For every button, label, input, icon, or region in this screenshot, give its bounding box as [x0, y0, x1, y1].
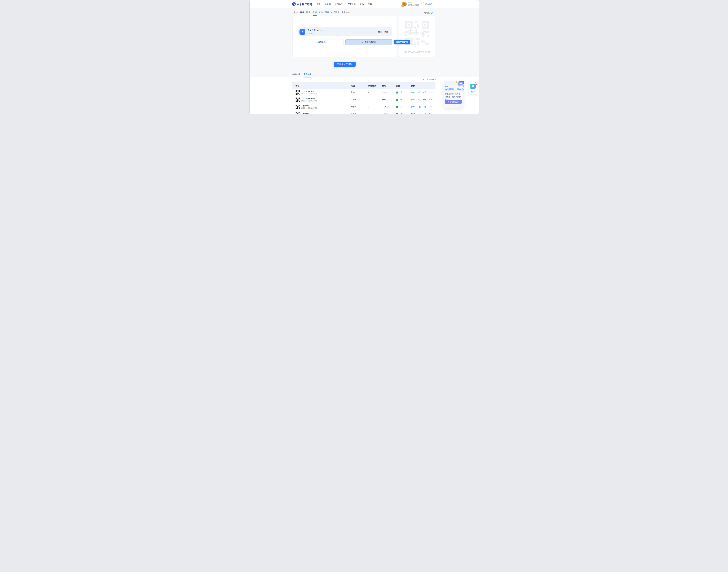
- main-nav: 首页 模板库 应用场景∨ VIP会员 资讯 帮助: [317, 0, 372, 8]
- chat-greeting: Hi!: [445, 85, 448, 88]
- status-badge: ✓ 正常: [396, 91, 411, 94]
- tab-url[interactable]: 网址: [325, 11, 329, 15]
- avatar[interactable]: VIP: [402, 2, 407, 6]
- row-group: 未分组: [382, 105, 396, 108]
- chevron-down-icon: ∨: [343, 3, 345, 5]
- nav-help[interactable]: 帮助: [368, 3, 372, 5]
- delete-file-link[interactable]: 删除: [384, 30, 388, 33]
- online-consult-button[interactable]: 点击在线咨询: [445, 100, 462, 104]
- plus-icon: +: [362, 41, 363, 43]
- tab-image[interactable]: 图片: [306, 11, 310, 15]
- share-link[interactable]: 分享: [423, 105, 427, 108]
- nav-scenes[interactable]: 应用场景∨: [335, 3, 345, 5]
- table-row[interactable]: 1751526578127 2025-07-03 15:09:41 音频码 0 …: [292, 96, 435, 103]
- preview-link[interactable]: 预览: [411, 113, 415, 115]
- manage-link[interactable]: 管理: [429, 113, 432, 115]
- nav-vip[interactable]: VIP会员: [348, 3, 356, 5]
- enter-backend-button[interactable]: 进入后台: [423, 2, 435, 6]
- tab-text[interactable]: 文本: [294, 11, 298, 15]
- top-navbar: 八木屋二维码 首页 模板库 应用场景∨ VIP会员 资讯 帮助 VIP Niko…: [249, 0, 479, 8]
- double-arrow-icon: »: [435, 79, 436, 81]
- nav-home[interactable]: 首页: [317, 3, 321, 5]
- file-name: 示例音频.mp3: [307, 29, 320, 32]
- replace-file-link[interactable]: 更换: [378, 30, 382, 33]
- manage-link[interactable]: 管理: [429, 105, 432, 108]
- download-link[interactable]: 下载: [417, 91, 421, 94]
- preview-hint: 此处预览二维码 请先在左侧生成: [399, 51, 435, 53]
- brand-logo[interactable]: 八木屋二维码: [292, 2, 312, 7]
- online-consult-label: 在线咨询: [469, 90, 477, 93]
- qr-thumbnail: [295, 112, 300, 115]
- table-row[interactable]: 示例音频 2025-06-20 12:57:20 音频码 6 未分组 ✓ 正常 …: [292, 103, 435, 111]
- nav-news[interactable]: 资讯: [360, 3, 364, 5]
- plus-icon: +: [315, 41, 317, 43]
- audio-editor-card: ♪ 示例音频.mp3 ✎ 2.82MB 更换 删除 + 添加音频 + 添加更多内…: [293, 16, 397, 57]
- robot-icon: [470, 84, 476, 89]
- go-backend-manage-link[interactable]: 前往后台管理»: [423, 78, 436, 81]
- row-category: 音频码: [351, 105, 368, 108]
- file-size: 2.82MB: [307, 32, 322, 34]
- logo-icon: [292, 2, 296, 7]
- add-more-content-button[interactable]: + 添加更多内容: [346, 39, 392, 45]
- chat-helper-card: Hi! 请问需要什么帮助呢? 客服小伙伴 7x24 小时在线，快速为您解答疑问 …: [443, 81, 463, 108]
- share-link[interactable]: 分享: [423, 98, 427, 101]
- edit-pencil-icon[interactable]: ✎: [321, 29, 322, 31]
- qr-thumbnail: [295, 97, 300, 102]
- row-visits: 6: [368, 106, 382, 108]
- tab-audio[interactable]: 音频: [313, 11, 317, 15]
- tab-video[interactable]: 视频: [300, 11, 304, 15]
- row-category: 音频码: [351, 91, 368, 94]
- row-group: 未分组: [382, 91, 396, 94]
- row-name: 示例音频: [301, 104, 317, 107]
- qr-type-tabs: 文本 视频 图片 音频 文件 网址 电子画册 批量生成: [294, 11, 350, 15]
- tab-batch[interactable]: 批量生成: [342, 11, 350, 15]
- sparkle-icon: [476, 82, 476, 83]
- manage-link[interactable]: 管理: [429, 98, 432, 101]
- check-icon: ✓: [396, 113, 398, 115]
- sparkle-icon: [477, 84, 477, 85]
- qr-preview-panel: 未生成 此处预览二维码 请先在左侧生成: [399, 16, 435, 57]
- tab-ebook[interactable]: 电子画册: [332, 11, 340, 15]
- download-link[interactable]: 下载: [417, 105, 421, 108]
- download-link[interactable]: 下载: [417, 113, 421, 115]
- status-badge: ✓ 正常: [396, 98, 411, 101]
- row-group: 未分组: [382, 98, 396, 101]
- row-name: 1751526578127: [301, 97, 317, 99]
- preview-link[interactable]: 预览: [411, 105, 415, 108]
- preview-link[interactable]: 预览: [411, 91, 415, 94]
- qr-thumbnail: [295, 90, 300, 95]
- download-link[interactable]: 下载: [417, 98, 421, 101]
- user-menu[interactable]: VIP Niko 组织ID:1329284 ∧: [402, 2, 423, 6]
- table-row[interactable]: 1751526814030 2025-07-03 15:13:37 音频码 1 …: [292, 89, 435, 96]
- qr-beautify-link[interactable]: 二维码美化AI: [422, 11, 433, 14]
- status-badge: ✓ 正常: [396, 105, 411, 108]
- row-date: 2025-07-03 15:09:41: [301, 100, 317, 102]
- share-link[interactable]: 分享: [423, 113, 427, 115]
- qr-thumbnail: [295, 104, 300, 109]
- uploaded-file-item: ♪ 示例音频.mp3 ✎ 2.82MB 更换 删除: [298, 27, 392, 36]
- close-icon[interactable]: ×: [465, 80, 468, 82]
- nav-templates[interactable]: 模板库: [325, 3, 331, 5]
- vip-badge: VIP: [401, 5, 404, 7]
- not-generated-label: 未生成: [399, 28, 435, 36]
- user-name: Niko: [408, 2, 419, 4]
- chevron-up-icon[interactable]: ∧: [421, 3, 422, 4]
- online-consult-tab[interactable]: 在线咨询: [469, 82, 477, 94]
- row-category: 音频码: [351, 98, 368, 101]
- tab-file[interactable]: 文件: [319, 11, 323, 15]
- page: 八木屋二维码 首页 模板库 应用场景∨ VIP会员 资讯 帮助 VIP Niko…: [249, 0, 479, 115]
- tab-recent-created[interactable]: 最近创建: [303, 73, 311, 77]
- table-row[interactable]: 示例音频 音频码 未分组 ✓ 正常 预览 下载 分享 管理: [292, 111, 435, 115]
- status-badge: ✓ 正常: [396, 113, 411, 115]
- row-name: 1751526814030: [301, 90, 317, 92]
- generate-qr-button[interactable]: 立即生成二维码: [334, 62, 356, 67]
- check-icon: ✓: [396, 91, 398, 94]
- manage-link[interactable]: 管理: [429, 91, 432, 94]
- add-audio-button[interactable]: + 添加音频: [298, 39, 344, 45]
- preview-link[interactable]: 预览: [411, 98, 415, 101]
- recent-table: 名称 类别 累计访问 分组 状态 操作 1751526814030 2025-0…: [292, 82, 435, 115]
- section-tabs: 功能介绍 最近创建: [292, 73, 311, 77]
- tab-feature-intro[interactable]: 功能介绍: [292, 73, 300, 77]
- share-link[interactable]: 分享: [423, 91, 427, 94]
- row-visits: 1: [368, 91, 382, 94]
